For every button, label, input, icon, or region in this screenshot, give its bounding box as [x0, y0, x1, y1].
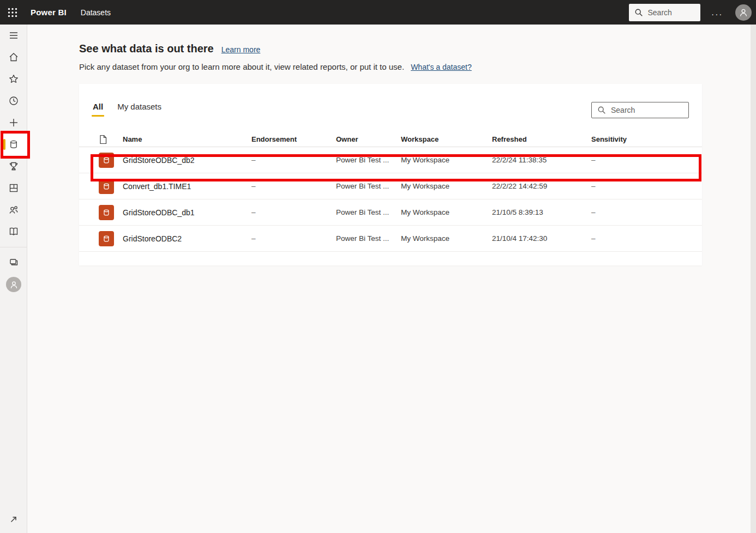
- nav-menu-button[interactable]: [0, 25, 27, 46]
- dataset-sensitivity: –: [591, 156, 702, 164]
- dataset-workspace[interactable]: My Workspace: [401, 208, 492, 216]
- expand-navigation-button[interactable]: [0, 511, 27, 528]
- dataset-cylinder-icon: [99, 231, 114, 246]
- workspaces-icon: [8, 257, 19, 268]
- dataset-owner: Power Bi Test ...: [336, 234, 401, 243]
- dataset-owner: Power Bi Test ...: [336, 182, 401, 190]
- page-header: See what data is out there Learn more Pi…: [27, 25, 751, 71]
- dataset-name[interactable]: Convert_db1.TIME1: [123, 182, 251, 191]
- dataset-refreshed: 22/2/22 14:42:59: [492, 182, 591, 190]
- goals-trophy-icon: [8, 161, 19, 172]
- dataset-workspace[interactable]: My Workspace: [401, 182, 492, 190]
- dataset-workspace[interactable]: My Workspace: [401, 156, 492, 164]
- app-section-label: Datasets: [81, 8, 111, 17]
- table-row-GridStoreODBC_db1[interactable]: GridStoreODBC_db1 – Power Bi Test ... My…: [79, 199, 702, 226]
- datasets-card: All My datasets Name Endorsement Owner: [79, 84, 702, 265]
- sidebar-item-my-workspace[interactable]: [0, 274, 27, 295]
- dataset-cylinder-icon: [99, 153, 114, 168]
- datasets-cylinder-icon: [8, 139, 19, 150]
- dataset-name[interactable]: GridStoreODBC_db2: [123, 156, 251, 165]
- main-content: See what data is out there Learn more Pi…: [27, 25, 751, 533]
- apps-icon: [8, 183, 19, 193]
- sidebar-item-datasets[interactable]: [0, 134, 27, 155]
- dataset-refreshed: 22/2/24 11:38:35: [492, 156, 591, 164]
- favorites-star-icon: [8, 74, 19, 84]
- sidebar-item-learn[interactable]: [0, 221, 27, 243]
- dataset-endorsement: –: [251, 208, 336, 216]
- vertical-scrollbar[interactable]: [751, 25, 756, 533]
- page-title: See what data is out there: [79, 43, 214, 55]
- page-subtitle: Pick any dataset from your org to learn …: [79, 62, 404, 71]
- table-header-row: Name Endorsement Owner Workspace Refresh…: [79, 132, 702, 147]
- global-search-box[interactable]: [629, 4, 700, 21]
- global-search-input[interactable]: [647, 8, 695, 17]
- dataset-sensitivity: –: [591, 182, 702, 190]
- sidebar-item-goals[interactable]: [0, 155, 27, 177]
- dataset-cylinder-icon: [99, 205, 114, 220]
- column-header-owner[interactable]: Owner: [336, 135, 401, 143]
- waffle-menu-icon[interactable]: [0, 0, 25, 25]
- column-header-endorsement[interactable]: Endorsement: [251, 135, 336, 143]
- file-page-icon: [99, 135, 123, 144]
- dataset-refreshed: 21/10/4 17:42:30: [492, 234, 591, 243]
- sidebar-item-apps[interactable]: [0, 177, 27, 199]
- search-icon: [634, 8, 643, 17]
- menu-icon: [8, 30, 19, 41]
- dataset-name[interactable]: GridStoreODBC_db1: [123, 208, 251, 217]
- expand-navigation-arrow-icon: [9, 515, 18, 524]
- dataset-owner: Power Bi Test ...: [336, 208, 401, 216]
- table-row-Convert_db1.TIME1[interactable]: Convert_db1.TIME1 – Power Bi Test ... My…: [79, 173, 702, 199]
- dataset-owner: Power Bi Test ...: [336, 156, 401, 164]
- dataset-refreshed: 21/10/5 8:39:13: [492, 208, 591, 216]
- learn-book-icon: [8, 226, 19, 237]
- sidebar-item-create[interactable]: [0, 112, 27, 134]
- learn-more-link[interactable]: Learn more: [221, 45, 261, 54]
- sidebar-item-recent[interactable]: [0, 90, 27, 112]
- dataset-sensitivity: –: [591, 234, 702, 243]
- sidebar-divider: [0, 247, 27, 247]
- left-navigation-pane: [0, 25, 27, 533]
- table-row-GridStoreODBC_db2[interactable]: GridStoreODBC_db2 – Power Bi Test ... My…: [79, 147, 702, 173]
- table-row-GridStoreODBC2[interactable]: GridStoreODBC2 – Power Bi Test ... My Wo…: [79, 226, 702, 252]
- app-brand[interactable]: Power BI: [31, 8, 67, 17]
- datasets-table: Name Endorsement Owner Workspace Refresh…: [79, 132, 702, 252]
- dataset-cylinder-icon: [99, 179, 114, 194]
- whats-a-dataset-link[interactable]: What's a dataset?: [411, 63, 472, 71]
- create-plus-icon: [8, 117, 19, 128]
- home-icon: [8, 52, 19, 63]
- column-header-refreshed[interactable]: Refreshed: [492, 135, 591, 143]
- top-app-bar: Power BI Datasets ...: [0, 0, 756, 25]
- dataset-sensitivity: –: [591, 208, 702, 216]
- recent-clock-icon: [8, 95, 19, 106]
- tab-all[interactable]: All: [93, 102, 103, 117]
- column-header-name[interactable]: Name: [123, 135, 251, 143]
- sidebar-item-shared-with-me[interactable]: [0, 199, 27, 221]
- active-item-indicator: [3, 139, 5, 150]
- sidebar-item-workspaces[interactable]: [0, 252, 27, 274]
- tab-my-datasets[interactable]: My datasets: [117, 102, 161, 117]
- column-header-workspace[interactable]: Workspace: [401, 135, 492, 143]
- dataset-search-box[interactable]: [591, 102, 689, 118]
- account-avatar[interactable]: [735, 4, 752, 21]
- shared-people-icon: [8, 204, 19, 215]
- search-icon: [597, 106, 606, 114]
- dataset-endorsement: –: [251, 182, 336, 190]
- more-options-icon[interactable]: ...: [711, 10, 723, 15]
- dataset-endorsement: –: [251, 234, 336, 243]
- dataset-endorsement: –: [251, 156, 336, 164]
- dataset-name[interactable]: GridStoreODBC2: [123, 234, 251, 243]
- dataset-search-input[interactable]: [611, 106, 682, 114]
- dataset-workspace[interactable]: My Workspace: [401, 234, 492, 243]
- column-header-sensitivity[interactable]: Sensitivity: [591, 135, 702, 143]
- my-workspace-avatar-icon: [6, 277, 21, 292]
- sidebar-item-home[interactable]: [0, 46, 27, 68]
- sidebar-item-favorites[interactable]: [0, 68, 27, 90]
